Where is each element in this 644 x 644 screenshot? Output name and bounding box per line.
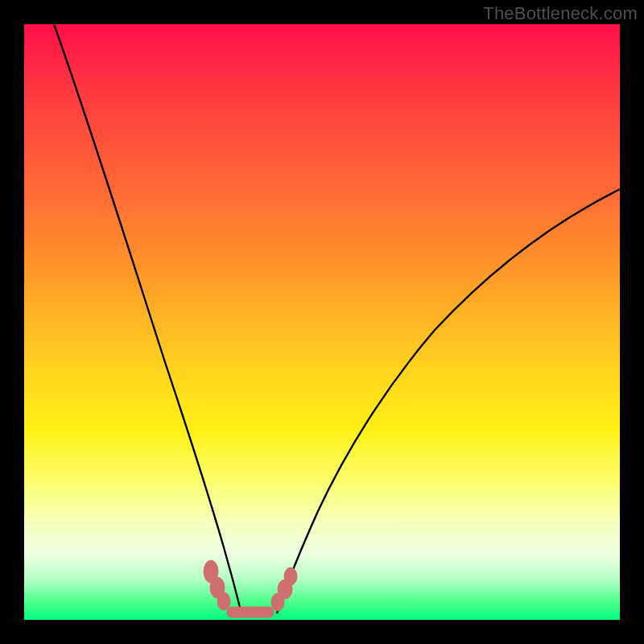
chart-frame: TheBottleneck.com bbox=[0, 0, 644, 644]
left-curve bbox=[54, 24, 242, 613]
svg-point-6 bbox=[284, 568, 297, 585]
svg-rect-3 bbox=[227, 607, 274, 617]
svg-point-2 bbox=[217, 592, 230, 610]
trough-band bbox=[204, 560, 297, 617]
plot-area bbox=[24, 24, 620, 620]
right-curve bbox=[277, 189, 620, 613]
watermark-text: TheBottleneck.com bbox=[483, 3, 638, 24]
chart-overlay bbox=[24, 24, 620, 620]
